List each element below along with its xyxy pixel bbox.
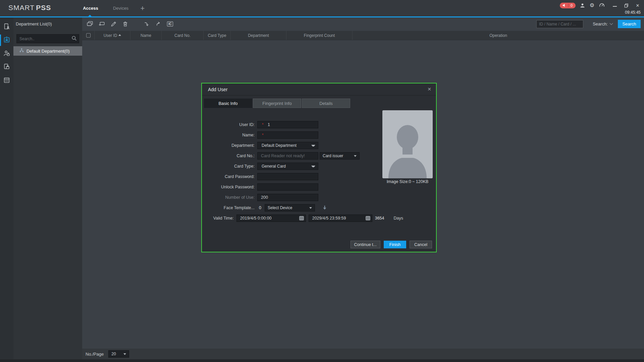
add-user-dialog: Add User ✕ Basic Info Fingerprint Info D… xyxy=(201,83,437,252)
name-field[interactable] xyxy=(257,131,318,139)
chevron-down-icon xyxy=(311,166,315,167)
select-device-select[interactable]: Select Device xyxy=(265,204,315,212)
window-titlebar: SMARTPSS Access Devices + 0 ⚙ ✕ 09:45 xyxy=(0,0,644,16)
continue-button[interactable]: Continue t... xyxy=(351,241,380,248)
table-header: User ID Name Card No. Card Type Departme… xyxy=(82,31,644,40)
column-card-no[interactable]: Card No. xyxy=(162,31,204,40)
valid-time-end-field[interactable] xyxy=(309,215,372,222)
department-search-input[interactable] xyxy=(19,37,71,41)
cancel-button[interactable]: Cancel xyxy=(410,241,432,248)
calendar-picker-icon[interactable] xyxy=(365,216,371,221)
user-search-input[interactable] xyxy=(536,20,583,28)
chevron-down-icon xyxy=(309,207,312,209)
search-type-chevron-icon[interactable] xyxy=(610,22,613,25)
sidebar-item-records[interactable] xyxy=(0,60,13,74)
logo-smart: SMART xyxy=(8,4,35,11)
unlock-password-label: Unlock Password: xyxy=(202,185,257,189)
chevron-down-icon xyxy=(354,155,357,157)
calendar-picker-icon[interactable] xyxy=(299,216,304,221)
page-size-select[interactable]: 20 xyxy=(108,350,129,358)
device-lock-icon xyxy=(3,63,10,71)
user-id-field[interactable] xyxy=(257,121,318,128)
dialog-close-icon[interactable]: ✕ xyxy=(427,86,431,92)
edit-pencil-icon[interactable] xyxy=(109,19,118,28)
dialog-title: Add User xyxy=(208,87,227,92)
module-tabs: Access Devices + xyxy=(75,0,149,16)
dashboard-gauge-icon[interactable] xyxy=(599,2,605,8)
minimize-button[interactable] xyxy=(612,2,618,8)
card-issuer-select[interactable]: Card issuer xyxy=(320,152,360,160)
sidebar-item-console[interactable] xyxy=(0,20,13,34)
new-tab-button[interactable]: + xyxy=(136,4,149,13)
alarm-badge[interactable]: 0 xyxy=(560,3,576,8)
logo-pss: PSS xyxy=(36,4,51,11)
clock: 09:45:45 xyxy=(625,10,641,15)
chevron-down-icon xyxy=(123,353,126,355)
export-icon[interactable] xyxy=(154,19,163,28)
id-badge-icon xyxy=(3,36,10,45)
alarm-count: 0 xyxy=(571,3,573,7)
card-password-field[interactable] xyxy=(257,173,318,180)
chevron-down-icon xyxy=(311,145,315,146)
column-name[interactable]: Name xyxy=(130,31,162,40)
column-operation: Operation xyxy=(353,31,644,40)
required-asterisk: * xyxy=(262,122,264,127)
required-asterisk: * xyxy=(262,133,264,137)
card-no-field[interactable] xyxy=(257,152,318,160)
restore-button[interactable] xyxy=(623,2,629,8)
header-checkbox-cell xyxy=(82,31,95,40)
sidebar-item-permission[interactable] xyxy=(0,47,13,60)
issue-card-icon[interactable] xyxy=(97,19,106,28)
valid-days-label: Days xyxy=(394,216,403,221)
ic-card-icon[interactable]: IC xyxy=(166,19,174,28)
number-of-use-field[interactable] xyxy=(257,194,318,201)
page-size-label: No./Page xyxy=(86,352,104,357)
tab-access[interactable]: Access xyxy=(75,6,106,11)
add-card-icon[interactable] xyxy=(86,19,94,28)
card-type-label: Card Type: xyxy=(202,164,257,169)
import-icon[interactable] xyxy=(142,19,151,28)
delete-trash-icon[interactable] xyxy=(121,19,129,28)
department-select[interactable]: Default Department xyxy=(257,142,318,149)
face-template-label: Face Template... xyxy=(202,205,257,210)
valid-time-label: Valid Time: xyxy=(202,216,236,221)
toolbar: IC Search: Search xyxy=(82,17,644,30)
sidebar-item-attendance[interactable] xyxy=(0,74,13,87)
bottom-strip xyxy=(0,359,644,362)
person-lock-icon xyxy=(3,50,10,58)
select-all-checkbox[interactable] xyxy=(86,33,91,38)
face-template-count: 0 xyxy=(257,205,265,210)
column-card-type[interactable]: Card Type xyxy=(204,31,231,40)
finish-button[interactable]: Finish xyxy=(384,241,406,248)
sidebar-item-personnel[interactable] xyxy=(0,34,13,47)
valid-time-start-field[interactable] xyxy=(236,215,306,222)
dialog-buttons: Continue t... Finish Cancel xyxy=(351,241,432,248)
download-face-icon[interactable] xyxy=(322,205,328,211)
app-logo: SMARTPSS xyxy=(8,4,51,12)
column-fingerprint-count[interactable]: Fingerprint Count xyxy=(286,31,353,40)
user-account-icon[interactable] xyxy=(579,2,585,8)
tab-basic-info[interactable]: Basic Info xyxy=(204,99,252,108)
image-size-hint: Image Size:0 ~ 120KB xyxy=(371,179,444,184)
column-user-id[interactable]: User ID xyxy=(95,31,130,40)
close-button[interactable]: ✕ xyxy=(635,2,641,8)
active-tab-pointer xyxy=(88,15,92,16)
calendar-icon xyxy=(3,76,10,85)
search-magnifier-icon[interactable] xyxy=(71,36,77,42)
tab-details[interactable]: Details xyxy=(302,99,350,108)
unlock-password-field[interactable] xyxy=(257,183,318,191)
number-of-use-label: Number of Use: xyxy=(202,195,257,200)
user-photo-placeholder[interactable] xyxy=(382,110,433,178)
department-panel-title: Department List(0) xyxy=(16,21,52,26)
pagination-bar: No./Page 20 xyxy=(82,349,644,359)
tab-devices[interactable]: Devices xyxy=(106,6,136,11)
department-panel: Department List(0) Default Department(0) xyxy=(13,17,82,362)
department-item-default[interactable]: Default Department(0) xyxy=(13,46,82,56)
settings-gear-icon[interactable]: ⚙ xyxy=(589,2,595,8)
tab-fingerprint-info[interactable]: Fingerprint Info xyxy=(253,99,301,108)
card-password-label: Card Password: xyxy=(202,174,257,179)
door-log-icon xyxy=(3,23,10,31)
card-type-select[interactable]: General Card xyxy=(257,163,318,170)
search-button[interactable]: Search xyxy=(618,20,641,28)
column-department[interactable]: Department xyxy=(231,31,286,40)
